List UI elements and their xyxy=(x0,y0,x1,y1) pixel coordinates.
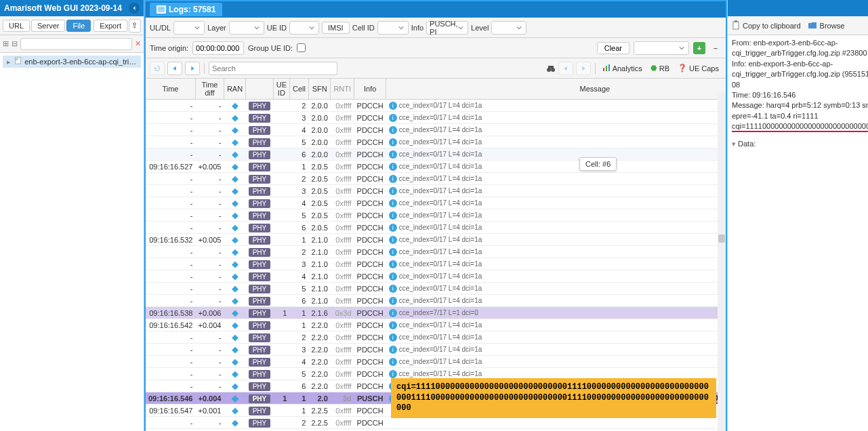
table-row[interactable]: --◆PHY42.0.00xffffPDCCHicce_index=0/17 L… xyxy=(146,124,726,136)
svg-rect-10 xyxy=(735,20,737,22)
col-time[interactable]: Time xyxy=(146,79,195,100)
tree-toggle-icon[interactable]: ▸ xyxy=(5,58,12,66)
filter-select[interactable] xyxy=(634,41,689,55)
layer-badge: PHY xyxy=(249,102,271,110)
table-row[interactable]: 09:16:16.542+0.004◆PHY12.2.00xffffPDCCHi… xyxy=(146,319,726,331)
info-select[interactable]: PUSCH, PI xyxy=(426,21,468,35)
downlink-arrow-icon: ◆ xyxy=(232,417,239,428)
table-row[interactable]: --◆PHY22.0.50xffffPDCCHicce_index=0/17 L… xyxy=(146,173,726,185)
table-row[interactable]: --◆PHY62.0.50xffffPDCCHicce_index=0/17 L… xyxy=(146,222,726,234)
export-button[interactable]: Export xyxy=(94,20,127,32)
search-input[interactable] xyxy=(209,62,337,75)
clear-search-icon[interactable]: ✕ xyxy=(135,39,141,48)
col-layer[interactable] xyxy=(246,79,274,100)
url-button[interactable]: URL xyxy=(3,20,30,32)
table-row[interactable]: 09:16:16.532+0.005◆PHY12.1.00xffffPDCCHi… xyxy=(146,234,726,246)
downlink-arrow-icon: ◆ xyxy=(232,393,239,403)
table-row[interactable]: --◆PHY22.2.00xffffPDCCHicce_index=0/17 L… xyxy=(146,331,726,344)
find-prev-icon[interactable] xyxy=(558,62,573,75)
col-rnti[interactable]: RNTI xyxy=(331,79,354,100)
col-sfn[interactable]: SFN xyxy=(308,79,330,100)
layer-badge: PHY xyxy=(249,272,271,281)
binoculars-icon[interactable] xyxy=(546,64,556,73)
table-row[interactable]: --◆PHY62.1.00xffffPDCCHicce_index=0/17 L… xyxy=(146,295,726,307)
nav-forward-icon[interactable] xyxy=(185,62,200,75)
tree-collapse-icon[interactable]: ▾ xyxy=(732,140,736,148)
time-origin-input[interactable] xyxy=(192,41,244,55)
info-icon: i xyxy=(389,102,397,110)
table-row[interactable]: --◆PHY42.2.00xffffPDCCHicce_index=0/17 L… xyxy=(146,356,726,368)
layer-badge: PHY xyxy=(249,260,271,269)
table-row[interactable]: 09:16:16.538+0.006◆PHY112.1.60x3dPDCCHic… xyxy=(146,307,726,319)
table-row[interactable]: --◆PHY42.1.00xffffPDCCHicce_index=0/17 L… xyxy=(146,270,726,283)
add-filter-icon[interactable]: + xyxy=(693,42,705,54)
collapse-left-icon[interactable] xyxy=(129,3,140,14)
ueid-label: UE ID xyxy=(267,24,287,32)
col-cell[interactable]: Cell xyxy=(289,79,308,100)
svg-rect-1 xyxy=(16,58,19,59)
info-icon: i xyxy=(389,224,397,232)
log-table-wrap[interactable]: Time Time diff RAN UE ID Cell SFN RNTI I… xyxy=(146,79,726,431)
level-select[interactable] xyxy=(491,21,526,35)
col-ueid[interactable]: UE ID xyxy=(273,79,289,100)
uldl-select[interactable] xyxy=(173,21,205,35)
table-row[interactable]: --◆PHY52.0.00xffffPDCCHicce_index=0/17 L… xyxy=(146,136,726,148)
table-row[interactable]: --◆PHY32.2.50xffffPDCCH xyxy=(146,429,726,432)
table-row[interactable]: --◆PHY42.0.50xffffPDCCHicce_index=0/17 L… xyxy=(146,197,726,209)
layer-select[interactable] xyxy=(229,21,264,35)
col-ran[interactable]: RAN xyxy=(224,79,245,100)
table-row[interactable]: --◆PHY32.1.00xffffPDCCHicce_index=0/17 L… xyxy=(146,258,726,270)
logs-tab[interactable]: Logs: 57581 xyxy=(150,3,222,16)
layer-badge: PHY xyxy=(249,321,271,330)
data-tree[interactable]: ▾ Data: xyxy=(732,139,868,149)
copy-clipboard-button[interactable]: Copy to clipboard xyxy=(732,20,801,31)
table-row[interactable]: --◆PHY32.0.00xffffPDCCHicce_index=0/17 L… xyxy=(146,112,726,124)
nav-back-icon[interactable] xyxy=(167,62,182,75)
uldl-label: UL/DL xyxy=(150,24,171,32)
clear-button[interactable]: Clear xyxy=(597,42,629,54)
uecaps-button[interactable]: ❓UE Caps xyxy=(675,64,722,73)
col-diff[interactable]: Time diff xyxy=(195,79,224,100)
svg-rect-7 xyxy=(606,66,607,71)
table-row[interactable]: --◆PHY52.1.00xffffPDCCHicce_index=0/17 L… xyxy=(146,283,726,295)
col-info[interactable]: Info xyxy=(354,79,386,100)
tree-item[interactable]: ▸ enb-export-3-enb-6cc-ap-cqi_trigger_ar… xyxy=(3,56,141,68)
downlink-arrow-icon: ◆ xyxy=(232,222,239,232)
import-icon[interactable]: ⇪ xyxy=(129,19,141,33)
imsi-button[interactable]: IMSI xyxy=(322,22,350,34)
cellid-select[interactable] xyxy=(377,21,409,35)
downlink-arrow-icon: ◆ xyxy=(232,125,239,135)
analytics-button[interactable]: Analytics xyxy=(600,64,645,73)
downlink-arrow-icon: ◆ xyxy=(232,369,239,379)
ueid-select[interactable] xyxy=(289,21,319,35)
info-icon: i xyxy=(389,187,397,195)
help-icon: ❓ xyxy=(678,64,687,73)
layer-badge: PHY xyxy=(249,346,271,354)
tree-search-input[interactable] xyxy=(20,38,132,50)
table-vscroll[interactable] xyxy=(718,92,726,431)
info-icon: i xyxy=(389,150,397,159)
table-row[interactable]: --◆PHY22.1.00xffffPDCCHicce_index=0/17 L… xyxy=(146,246,726,258)
table-row[interactable]: --◆PHY52.0.50xffffPDCCHicce_index=0/17 L… xyxy=(146,209,726,222)
table-row[interactable]: --◆PHY32.2.00xffffPDCCHicce_index=0/17 L… xyxy=(146,344,726,356)
rb-button[interactable]: ⬣RB xyxy=(648,64,672,73)
table-row[interactable]: 09:16:16.527+0.005◆PHY12.0.50xffffPDCCHi… xyxy=(146,161,726,173)
nav-refresh-icon[interactable] xyxy=(150,62,165,75)
downlink-arrow-icon: ◆ xyxy=(232,161,239,171)
table-row[interactable]: --◆PHY62.0.00xffffPDCCHicce_index=0/17 L… xyxy=(146,148,726,161)
find-next-icon[interactable] xyxy=(576,62,591,75)
browse-button[interactable]: Browse xyxy=(808,21,845,30)
server-button[interactable]: Server xyxy=(31,20,65,32)
collapse-all-icon[interactable]: ⊟ xyxy=(12,39,18,48)
expand-all-icon[interactable]: ⊞ xyxy=(3,39,9,48)
table-row[interactable]: --◆PHY22.2.50xffffPDCCH xyxy=(146,417,726,429)
svg-rect-8 xyxy=(608,64,610,71)
remove-filter-icon[interactable]: – xyxy=(709,42,722,54)
group-ueid-checkbox[interactable] xyxy=(297,43,306,52)
col-msg[interactable]: Message xyxy=(386,79,726,100)
time-bar: Time origin: Group UE ID: Clear + – xyxy=(146,38,726,58)
table-row[interactable]: --◆PHY32.0.50xffffPDCCHicce_index=0/17 L… xyxy=(146,185,726,197)
file-button[interactable]: File xyxy=(66,20,91,32)
layer-badge: PHY xyxy=(249,309,271,318)
table-row[interactable]: --◆PHY22.0.00xffffPDCCHicce_index=0/17 L… xyxy=(146,100,726,112)
